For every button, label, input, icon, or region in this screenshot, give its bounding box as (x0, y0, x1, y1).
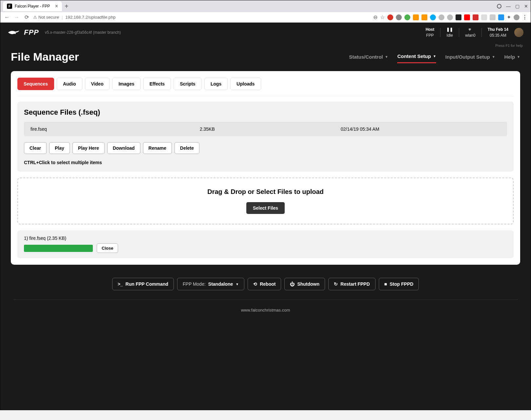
close-upload-button[interactable]: Close (97, 243, 118, 253)
sync-icon: ⟲ (253, 281, 257, 287)
multi-select-hint: CTRL+Click to select multiple items (24, 160, 507, 165)
tab-sequences[interactable]: Sequences (17, 78, 54, 90)
star-icon[interactable]: ☆ (380, 14, 385, 20)
new-tab-button[interactable]: + (65, 3, 69, 10)
extension-icon[interactable] (421, 14, 427, 20)
chevron-down-icon: ▼ (235, 282, 239, 286)
extension-icon[interactable] (430, 14, 436, 20)
extension-icon[interactable] (498, 14, 504, 20)
nav-status-control[interactable]: Status/Control▼ (349, 50, 388, 63)
chevron-down-icon: ▼ (492, 55, 495, 59)
extension-icon[interactable] (404, 14, 410, 20)
url-bar[interactable]: ⚠ Not secure | 192.168.7.2/uploadfile.ph… (33, 15, 116, 20)
power-icon: ⏻ (290, 281, 295, 287)
refresh-icon: ↻ (334, 281, 338, 287)
reboot-button[interactable]: ⟲ Reboot (248, 278, 281, 290)
delete-button[interactable]: Delete (174, 142, 199, 154)
wifi-icon: ᯤ (465, 27, 475, 32)
falcon-icon (8, 29, 21, 36)
nav-io-setup[interactable]: Input/Output Setup▼ (445, 50, 495, 63)
chevron-down-icon: ▼ (433, 54, 436, 58)
reload-button[interactable]: ⟳ (23, 14, 30, 20)
tab-uploads[interactable]: Uploads (230, 78, 261, 90)
browser-chrome: F Falcon Player - FPP × + — ▢ ✕ ← → ⟳ ⚠ … (0, 0, 531, 410)
chevron-down-icon: ▼ (517, 55, 520, 59)
menu-icon[interactable]: ⋮ (522, 14, 527, 20)
security-warning: ⚠ Not secure (33, 15, 59, 20)
extension-icon[interactable] (396, 14, 402, 20)
restart-fppd-button[interactable]: ↻ Restart FPPD (328, 278, 375, 290)
tab-audio[interactable]: Audio (57, 78, 82, 90)
stop-icon: ■ (384, 281, 387, 287)
run-command-button[interactable]: >_ Run FPP Command (112, 278, 174, 290)
play-button[interactable]: Play (49, 142, 70, 154)
minimize-icon[interactable]: — (506, 4, 511, 9)
close-tab-icon[interactable]: × (55, 3, 58, 9)
sequence-panel: Sequence Files (.fseq) fire.fseq 2.35KB … (17, 102, 514, 172)
logo-text: FPP (24, 28, 39, 37)
nav-help[interactable]: Help▼ (504, 50, 520, 63)
shutdown-button[interactable]: ⏻ Shutdown (284, 278, 325, 290)
profile-icon[interactable] (514, 14, 520, 20)
play-here-button[interactable]: Play Here (72, 142, 105, 154)
logo[interactable]: FPP (8, 28, 39, 37)
tab-video[interactable]: Video (85, 78, 110, 90)
terminal-icon: >_ (118, 281, 123, 287)
nav-bar: ← → ⟳ ⚠ Not secure | 192.168.7.2/uploadf… (0, 12, 531, 23)
clear-button[interactable]: Clear (24, 142, 47, 154)
extension-icon[interactable] (490, 14, 496, 20)
network-stat: ᯤ wlan0 (465, 27, 475, 38)
extensions-puzzle-icon[interactable]: ✦ (507, 14, 511, 20)
separator (481, 28, 482, 37)
pause-icon: ❚❚ (446, 27, 453, 32)
extension-icon[interactable] (464, 14, 470, 20)
chevron-down-icon: ▼ (385, 55, 388, 59)
help-hint: Press F1 for help (0, 42, 531, 48)
progress-bar (24, 245, 93, 252)
version-text: v5.x-master-228-gf3a56c4f (master branch… (45, 30, 121, 35)
forward-button[interactable]: → (13, 14, 20, 20)
file-size: 2.35KB (200, 126, 341, 132)
tab-logs[interactable]: Logs (204, 78, 228, 90)
tab-effects[interactable]: Effects (143, 78, 171, 90)
extension-icon[interactable] (387, 14, 393, 20)
zoom-icon[interactable]: ⊖ (373, 14, 378, 20)
panel-title: Sequence Files (.fseq) (24, 108, 507, 117)
file-name: fire.fseq (31, 126, 200, 132)
close-window-icon[interactable]: ✕ (524, 4, 528, 9)
dropzone[interactable]: Drag & Drop or Select Files to upload Se… (17, 178, 514, 224)
host-stat: Host FPP (426, 27, 435, 38)
extension-icon[interactable] (413, 14, 419, 20)
site-footer[interactable]: www.falconchristmas.com (13, 299, 518, 329)
action-buttons: Clear Play Play Here Download Rename Del… (24, 142, 507, 154)
extension-icon[interactable] (447, 14, 453, 20)
avatar[interactable] (514, 28, 523, 37)
extension-icon[interactable] (481, 14, 487, 20)
maximize-icon[interactable]: ▢ (515, 4, 520, 9)
download-button[interactable]: Download (107, 142, 140, 154)
window-circle-icon[interactable] (497, 4, 501, 9)
tab-images[interactable]: Images (112, 78, 140, 90)
tab-scripts[interactable]: Scripts (174, 78, 201, 90)
page-title: File Manager (11, 50, 79, 63)
status-stat: ❚❚ Idle (446, 27, 453, 38)
rename-button[interactable]: Rename (143, 142, 172, 154)
footer-buttons: >_ Run FPP Command FPP Mode: Standalone … (0, 265, 531, 299)
app-header: FPP v5.x-master-228-gf3a56c4f (master br… (0, 23, 531, 42)
app-body: FPP v5.x-master-228-gf3a56c4f (master br… (0, 23, 531, 410)
stop-fppd-button[interactable]: ■ Stop FPPD (379, 278, 419, 290)
fpp-mode-button[interactable]: FPP Mode: Standalone ▼ (177, 278, 244, 290)
nav-content-setup[interactable]: Content Setup▼ (397, 50, 436, 63)
extension-icon[interactable] (473, 14, 479, 20)
tab-bar: F Falcon Player - FPP × + — ▢ ✕ (0, 0, 531, 12)
select-files-button[interactable]: Select Files (246, 202, 285, 214)
browser-tab[interactable]: F Falcon Player - FPP × (3, 1, 62, 11)
extension-icon[interactable] (456, 14, 461, 20)
back-button[interactable]: ← (4, 14, 10, 20)
file-date: 02/14/19 05:34 AM (341, 126, 500, 132)
extension-icon[interactable] (439, 14, 444, 20)
content-card: Sequences Audio Video Images Effects Scr… (11, 71, 520, 265)
tab-title: Falcon Player - FPP (15, 4, 50, 9)
separator (459, 28, 459, 37)
file-row[interactable]: fire.fseq 2.35KB 02/14/19 05:34 AM (24, 122, 507, 136)
